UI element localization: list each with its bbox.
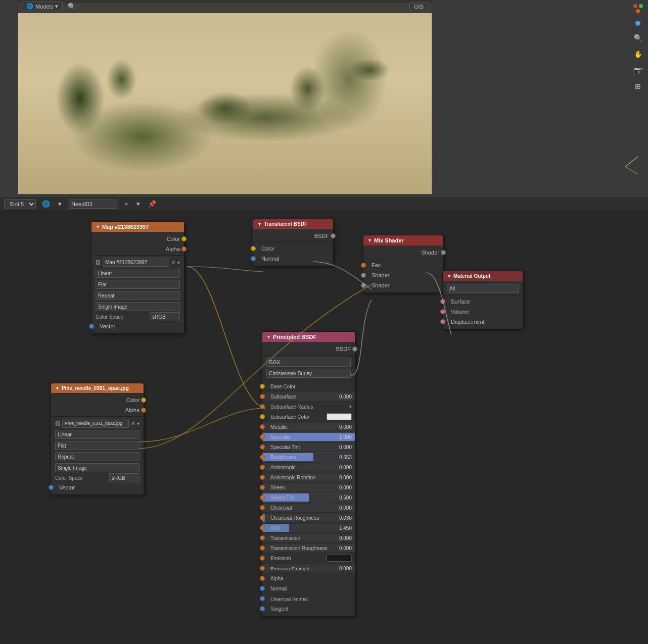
alpha-row: Alpha: [262, 573, 355, 583]
socket-vector-in: [49, 485, 54, 490]
socket-bsdf-out: [352, 346, 357, 352]
socket-specular-in: [260, 434, 265, 439]
material-name[interactable]: NeedI03: [68, 200, 118, 209]
close-x-icon[interactable]: ✕: [131, 421, 135, 426]
dropdown-arrow[interactable]: ▾: [137, 421, 140, 426]
pine-extension-select[interactable]: Repeat: [55, 452, 140, 461]
interpolation-row: Linear: [91, 268, 184, 279]
map-texture-node: ▼ Map #2138623997 Color Alpha 🖼 ✕ ▾: [91, 221, 184, 334]
map-node-body: Color Alpha 🖼 ✕ ▾ Linear: [91, 232, 184, 333]
pine-source-select[interactable]: Single Image: [55, 463, 140, 472]
metallic-row[interactable]: Metallic 0.000: [262, 422, 355, 432]
chevron-right-icon[interactable]: ▾: [134, 199, 142, 209]
mix-shader-node: ▼ Mix Shader Shader Fac Shader: [363, 235, 444, 293]
viewport-area: 🌐 Models ▾ 🔍 GIS 🔍 ✋ 📷 ⊞: [0, 0, 648, 197]
node-collapse-arrow[interactable]: ▼: [55, 386, 60, 391]
subsurface-row[interactable]: Subsurface 0.000: [262, 391, 355, 402]
anisotropic-rotation-row[interactable]: Anisotropic Rotation 0.000: [262, 472, 355, 482]
specular-row[interactable]: Specular 1.000: [262, 432, 355, 442]
pine-interpolation-select[interactable]: Linear: [55, 430, 140, 439]
node-collapse-arrow[interactable]: ▼: [257, 222, 262, 227]
search-button[interactable]: 🔍: [66, 2, 78, 11]
material-icon: 🌐: [40, 199, 52, 209]
translucent-bsdf-node: ▼ Translucent BSDF BSDF Color Normal: [253, 219, 334, 266]
node-collapse-arrow[interactable]: ▼: [96, 224, 100, 229]
node-editor: Slot 5 🌐 ▾ NeedI03 × ▾ 📌: [0, 197, 648, 644]
source-row: Single Image: [91, 301, 184, 312]
socket-color-out: [141, 398, 146, 403]
socket-subradius-in: [260, 404, 265, 409]
socket-sheentint-in: [260, 495, 265, 500]
emission-color-swatch[interactable]: [327, 555, 352, 562]
projection-select[interactable]: Flat: [96, 280, 180, 289]
node-collapse-arrow[interactable]: ▼: [447, 274, 451, 279]
pine-texture-name-input[interactable]: [62, 419, 129, 428]
socket-color-in: [251, 246, 256, 251]
socket-speculartint-in: [260, 444, 265, 450]
globe-icon: 🌐: [26, 3, 33, 10]
viewport-render: [18, 3, 432, 194]
socket-alpha-out: [181, 246, 187, 252]
dot-orange: [636, 9, 640, 13]
node-collapse-arrow[interactable]: ▼: [266, 334, 271, 339]
displacement-input: Displacement: [443, 317, 523, 327]
dot-red: [633, 4, 637, 8]
zoom-icon[interactable]: 🔍: [632, 32, 644, 44]
node-collapse-arrow[interactable]: ▼: [367, 238, 372, 243]
roughness-row[interactable]: Roughness 0.553: [262, 452, 355, 462]
output-dropdown-row: All: [443, 283, 523, 294]
view-mode-button[interactable]: 🌐 Models ▾: [22, 2, 63, 11]
specular-tint-row[interactable]: Specular Tint 0.000: [262, 442, 355, 452]
source-select[interactable]: Single Image: [96, 302, 180, 311]
dot-green: [639, 4, 643, 8]
volume-input: Volume: [443, 307, 523, 317]
pine-alpha-output: Alpha: [51, 405, 144, 415]
node-canvas: ▼ Map #2138623997 Color Alpha 🖼 ✕ ▾: [0, 211, 648, 644]
pine-node-header: ▼ Pine_needle_0301_opac.jpg: [51, 383, 144, 393]
render-mode-dots[interactable]: [632, 3, 644, 15]
principled-bsdf-node: ▼ Principled BSDF BSDF GGX C: [262, 331, 355, 616]
close-icon[interactable]: ×: [122, 199, 130, 209]
socket-displacement-in: [440, 319, 445, 324]
gis-button[interactable]: GIS: [409, 2, 428, 11]
pine-projection-select[interactable]: Flat: [55, 441, 140, 450]
close-x-icon[interactable]: ✕: [171, 260, 175, 265]
mix-shader-body: Shader Fac Shader Shader: [363, 245, 443, 292]
transmission-roughness-row[interactable]: Transmission Roughness 0.000: [262, 543, 355, 553]
anisotropic-row[interactable]: Anisotropic 0.000: [262, 462, 355, 472]
pine-texture-node: ▼ Pine_needle_0301_opac.jpg Color Alpha …: [51, 383, 144, 495]
pin-icon[interactable]: 📌: [146, 199, 158, 209]
pine-colorspace-select[interactable]: sRGB: [109, 473, 140, 482]
map-alpha-output: Alpha: [91, 244, 184, 254]
grid-icon[interactable]: ⊞: [632, 80, 644, 92]
ior-row[interactable]: IOR 1.450: [262, 523, 355, 533]
transmission-row[interactable]: Transmission 0.000: [262, 533, 355, 543]
camera-icon[interactable]: 📷: [632, 64, 644, 76]
translucent-bsdf-output: BSDF: [253, 231, 333, 241]
map-vector-input: Vector: [91, 321, 184, 331]
socket-emissionstrength-in: [260, 566, 265, 571]
principled-header: ▼ Principled BSDF: [262, 332, 355, 342]
interpolation-select[interactable]: Linear: [96, 269, 180, 278]
dropdown-arrow[interactable]: ▾: [349, 404, 352, 409]
texture-name-input[interactable]: [103, 258, 169, 267]
node-editor-header: Slot 5 🌐 ▾ NeedI03 × ▾ 📌: [0, 197, 648, 211]
translucent-color-input: Color: [253, 243, 333, 254]
distribution-select[interactable]: GGX: [266, 358, 351, 367]
emission-strength-row[interactable]: Emission Strength 0.000: [262, 563, 355, 573]
subsurface-method-select[interactable]: Christensen-Burley: [266, 369, 351, 378]
output-type-select[interactable]: All: [447, 284, 519, 293]
slot-select[interactable]: Slot 5: [4, 199, 36, 209]
extension-select[interactable]: Repeat: [96, 291, 180, 300]
extension-row: Repeat: [91, 290, 184, 301]
pan-icon[interactable]: ✋: [632, 48, 644, 60]
sheen-tint-row[interactable]: Sheen Tint 0.500: [262, 492, 355, 503]
colorspace-select[interactable]: sRGB: [150, 312, 180, 321]
socket-normal-in: [260, 586, 265, 591]
sheen-row[interactable]: Sheen 0.000: [262, 482, 355, 492]
subsurface-color-swatch[interactable]: [327, 413, 352, 420]
clearcoat-row[interactable]: Clearcoat 0.000: [262, 503, 355, 513]
clearcoat-roughness-row[interactable]: Clearcoat Roughness 0.030: [262, 513, 355, 523]
pine-colorspace-row: Color Space sRGB: [51, 473, 144, 482]
dropdown-arrow[interactable]: ▾: [177, 260, 180, 265]
